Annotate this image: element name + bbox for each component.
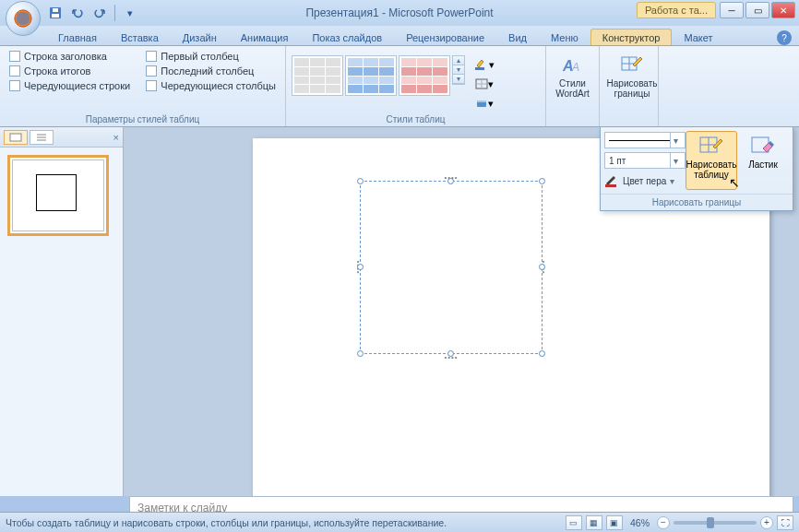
chk-header-row[interactable]: Строка заголовка <box>6 50 142 63</box>
style-thumb-plain[interactable] <box>292 55 343 96</box>
slide-panel: × 1 <box>0 127 124 496</box>
minimize-button[interactable]: ─ <box>720 2 744 18</box>
save-button[interactable] <box>46 4 65 22</box>
slide-panel-tabs: × <box>0 127 123 148</box>
gallery-down[interactable]: ▾ <box>453 65 464 75</box>
handle-br[interactable] <box>539 350 545 357</box>
slides-tab[interactable] <box>4 130 28 145</box>
chk-last-col[interactable]: Последний столбец <box>142 65 280 77</box>
office-logo-icon <box>13 8 33 29</box>
gallery-more[interactable]: ▾ <box>453 75 464 84</box>
group-table-style-options: Строка заголовка Строка итогов Чередующи… <box>0 46 286 126</box>
handle-tr[interactable] <box>539 178 545 184</box>
pen-color-label[interactable]: Цвет пера <box>623 176 666 186</box>
gallery-up[interactable]: ▴ <box>453 56 464 65</box>
handle-tm[interactable] <box>447 178 454 184</box>
view-sorter-button[interactable]: ▦ <box>586 515 602 530</box>
help-button[interactable]: ? <box>777 30 792 45</box>
handle-tl[interactable] <box>357 178 364 184</box>
maximize-button[interactable]: ▭ <box>745 2 769 18</box>
group-wordart: AA Стили WordArt <box>546 46 600 126</box>
group-label-styles: Стили таблиц <box>292 112 540 126</box>
style-thumb-red[interactable] <box>399 55 450 96</box>
draw-borders-label: Нарисовать границы <box>607 78 658 99</box>
group-table-styles: ▴ ▾ ▾ ▾ ▾ ▾ Стили таблиц <box>286 46 546 126</box>
outline-tab[interactable] <box>30 130 54 145</box>
zoom-slider[interactable] <box>674 521 757 525</box>
wordart-styles-button[interactable]: AA Стили WordArt <box>552 50 593 103</box>
eraser-label: Ластик <box>748 160 778 170</box>
chk-total-row[interactable]: Строка итогов <box>6 65 142 77</box>
zoom-out-button[interactable]: − <box>657 516 670 529</box>
chk-banded-cols-label: Чередующиеся столбцы <box>161 80 276 91</box>
table-style-gallery[interactable]: ▴ ▾ ▾ ▾ ▾ ▾ <box>292 55 498 112</box>
chk-first-col[interactable]: Первый столбец <box>142 50 280 63</box>
zoom-fit-button[interactable]: ⛶ <box>777 515 793 530</box>
panel-close-button[interactable]: × <box>113 132 119 143</box>
line-weight-value: 1 пт <box>609 156 626 166</box>
contextual-tab-label: Работа с та... <box>637 2 716 18</box>
tab-constructor[interactable]: Конструктор <box>590 29 673 45</box>
svg-rect-3 <box>52 14 59 18</box>
zoom-in-button[interactable]: + <box>760 516 773 529</box>
chk-last-col-label: Последний столбец <box>161 65 254 77</box>
chk-banded-rows-label: Чередующиеся строки <box>24 80 130 91</box>
chk-banded-rows[interactable]: Чередующиеся строки <box>6 79 142 92</box>
draw-table-button[interactable]: Нарисовать таблицу <box>686 131 737 190</box>
titlebar: ▾ Презентация1 - Microsoft PowerPoint Ра… <box>0 0 799 26</box>
canvas-area[interactable]: •••• •••• •••• •••• ▾ 1 пт▾ <box>124 127 799 496</box>
zoom-percent[interactable]: 46% <box>626 517 653 528</box>
wordart-label: Стили WordArt <box>555 78 590 99</box>
svg-rect-5 <box>475 67 484 70</box>
tab-design[interactable]: Дизайн <box>171 29 229 45</box>
tab-slideshow[interactable]: Показ слайдов <box>300 29 394 45</box>
svg-rect-16 <box>10 134 21 141</box>
statusbar: Чтобы создать таблицу и нарисовать строк… <box>0 512 799 532</box>
qat-customize-button[interactable]: ▾ <box>121 4 139 22</box>
chk-header-row-label: Строка заголовка <box>24 51 107 62</box>
draw-borders-icon <box>619 54 645 77</box>
tab-home[interactable]: Главная <box>46 29 109 45</box>
draw-borders-popup: ▾ 1 пт▾ Цвет пера▾ Нарисовать таблицу <box>600 127 793 211</box>
ribbon: Строка заголовка Строка итогов Чередующи… <box>0 46 799 127</box>
workspace: × 1 •••• •••• •••• •••• <box>0 127 799 496</box>
draw-borders-button[interactable]: Нарисовать границы <box>605 50 659 103</box>
shading-button[interactable]: ▾ <box>471 55 498 74</box>
svg-rect-4 <box>53 8 58 12</box>
redo-button[interactable] <box>90 4 109 22</box>
office-button[interactable] <box>6 1 41 36</box>
eraser-button[interactable]: Ластик <box>737 131 789 190</box>
chk-total-row-label: Строка итогов <box>24 65 90 77</box>
handle-bm[interactable] <box>447 350 454 357</box>
tab-menu[interactable]: Меню <box>539 29 590 45</box>
pen-color-icon <box>604 174 619 187</box>
view-normal-button[interactable]: ▭ <box>566 515 582 530</box>
thumbnail-list: 1 <box>0 148 123 243</box>
slide-thumbnail[interactable] <box>7 155 109 236</box>
borders-button[interactable]: ▾ <box>471 75 498 93</box>
handle-bl[interactable] <box>357 350 364 357</box>
undo-button[interactable] <box>68 4 87 22</box>
selected-table[interactable]: •••• •••• •••• •••• <box>360 181 543 354</box>
tab-insert[interactable]: Вставка <box>109 29 171 45</box>
style-thumb-blue[interactable] <box>345 55 397 96</box>
handle-lm[interactable] <box>357 264 364 270</box>
quick-access-toolbar: ▾ <box>46 4 139 22</box>
group-label-options: Параметры стилей таблиц <box>6 112 280 126</box>
line-style-selector[interactable]: ▾ <box>604 132 686 148</box>
view-slideshow-button[interactable]: ▣ <box>606 515 623 530</box>
tab-review[interactable]: Рецензирование <box>394 29 496 45</box>
chk-banded-cols[interactable]: Чередующиеся столбцы <box>142 79 280 92</box>
group-draw-borders: Нарисовать границы <box>600 46 659 126</box>
tab-layout[interactable]: Макет <box>672 29 724 45</box>
effects-button[interactable]: ▾ <box>471 94 498 112</box>
wordart-icon: AA <box>560 54 586 77</box>
line-weight-selector[interactable]: 1 пт▾ <box>604 152 686 169</box>
zoom-thumb[interactable] <box>707 517 714 528</box>
close-button[interactable]: ✕ <box>771 2 795 18</box>
tab-animation[interactable]: Анимация <box>229 29 301 45</box>
handle-rm[interactable] <box>539 264 545 270</box>
status-hint: Чтобы создать таблицу и нарисовать строк… <box>6 517 447 528</box>
draw-table-icon <box>698 136 724 158</box>
tab-view[interactable]: Вид <box>496 29 539 45</box>
